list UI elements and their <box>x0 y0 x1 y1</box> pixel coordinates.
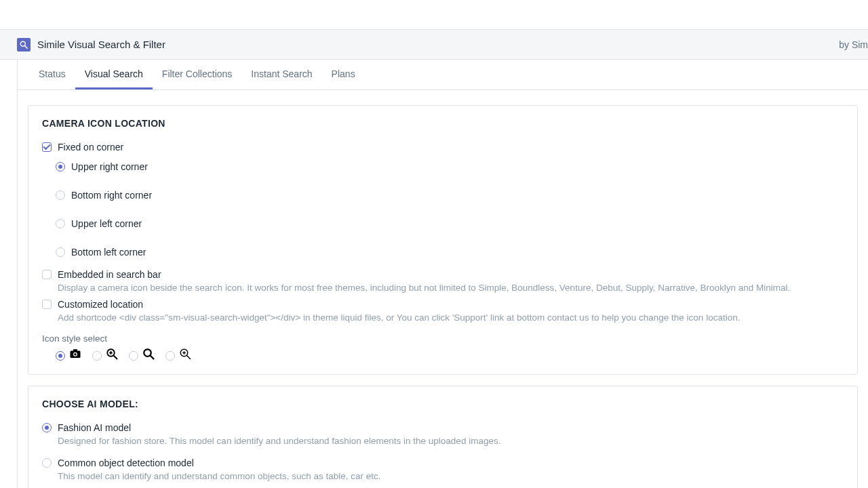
ai-common-desc: This model can identify and understand c… <box>58 470 844 483</box>
customized-desc: Add shortcode <div class="sm-visual-sear… <box>58 312 844 324</box>
embedded-body: Embedded in search bar Display a camera … <box>58 268 844 294</box>
icon-style-magnify-plus-thin[interactable] <box>165 348 191 362</box>
radio-upper-right[interactable] <box>56 162 65 171</box>
main-container: Status Visual Search Filter Collections … <box>17 60 868 488</box>
icon-style-camera[interactable] <box>56 348 81 362</box>
svg-line-1 <box>25 45 28 48</box>
radio-ai-fashion[interactable] <box>42 423 52 432</box>
option-customized-location[interactable]: Customized location Add shortcode <div c… <box>42 298 844 324</box>
icon-style-magnify-plus[interactable] <box>92 348 118 362</box>
svg-point-10 <box>144 349 151 357</box>
icon-style-options <box>42 348 844 362</box>
ai-common-label: Common object detection model <box>58 457 844 469</box>
ai-common-body: Common object detection model This model… <box>58 457 844 483</box>
checkbox-fixed-on-corner[interactable] <box>42 142 52 152</box>
customized-label: Customized location <box>58 298 844 310</box>
ai-fashion-label: Fashion AI model <box>58 422 844 434</box>
panel-title-camera: Camera Icon Location <box>42 118 844 129</box>
icon-style-label: Icon style select <box>42 333 844 344</box>
ai-option-fashion[interactable]: Fashion AI model Designed for fashion st… <box>42 422 844 447</box>
app-header: Simile Visual Search & Filter by Sim <box>0 29 868 60</box>
radio-bottom-left[interactable] <box>56 247 65 257</box>
customized-body: Customized location Add shortcode <div c… <box>58 298 844 324</box>
ai-fashion-desc: Designed for fashion store. This model c… <box>58 435 844 447</box>
panel-ai-model: Choose AI Model: Fashion AI model Design… <box>28 386 858 488</box>
label-bottom-left: Bottom left corner <box>71 246 146 258</box>
svg-line-7 <box>114 356 117 359</box>
label-upper-left: Upper left corner <box>71 218 142 230</box>
tab-plans[interactable]: Plans <box>322 60 365 89</box>
radio-upper-left[interactable] <box>56 219 65 228</box>
magnify-plus-icon <box>106 348 118 362</box>
embedded-desc: Display a camera icon beside the search … <box>58 282 844 294</box>
tab-visual-search[interactable]: Visual Search <box>75 60 153 89</box>
option-fixed-on-corner[interactable]: Fixed on corner <box>42 141 844 153</box>
tab-bar: Status Visual Search Filter Collections … <box>18 60 868 90</box>
fixed-label-wrap: Fixed on corner <box>58 141 844 153</box>
corner-option-bottom-right[interactable]: Bottom right corner <box>56 184 844 206</box>
tab-filter-collections[interactable]: Filter Collections <box>153 60 241 89</box>
radio-ai-common[interactable] <box>42 458 52 468</box>
label-bottom-right: Bottom right corner <box>71 189 152 201</box>
radio-icon-magnify-plus[interactable] <box>92 351 102 361</box>
radio-bottom-right[interactable] <box>56 190 65 200</box>
label-upper-right: Upper right corner <box>71 161 148 173</box>
radio-icon-magnify-plus-thin[interactable] <box>165 351 175 361</box>
magnify-bold-icon <box>142 348 155 362</box>
checkbox-embedded[interactable] <box>42 270 52 279</box>
header-left: Simile Visual Search & Filter <box>17 38 165 52</box>
content-area: Camera Icon Location Fixed on corner Upp… <box>18 90 868 488</box>
magnify-plus-thin-icon <box>179 348 191 362</box>
panel-title-ai: Choose AI Model: <box>42 399 844 409</box>
corner-options: Upper right corner Bottom right corner U… <box>42 156 844 263</box>
top-whitespace <box>0 0 868 29</box>
tab-status[interactable]: Status <box>29 60 75 89</box>
checkbox-customized[interactable] <box>42 300 52 309</box>
svg-point-4 <box>74 353 76 355</box>
svg-line-11 <box>151 356 154 359</box>
corner-option-upper-left[interactable]: Upper left corner <box>56 213 844 235</box>
corner-option-upper-right[interactable]: Upper right corner <box>56 156 844 178</box>
tab-instant-search[interactable]: Instant Search <box>241 60 321 89</box>
app-logo-icon <box>17 38 31 52</box>
corner-option-bottom-left[interactable]: Bottom left corner <box>56 241 844 263</box>
header-by-text: by Sim <box>839 39 868 50</box>
app-title: Simile Visual Search & Filter <box>37 39 165 50</box>
radio-icon-magnify-bold[interactable] <box>129 351 138 361</box>
svg-rect-5 <box>73 349 77 351</box>
svg-line-13 <box>187 356 191 359</box>
camera-icon <box>69 348 81 362</box>
radio-icon-camera[interactable] <box>56 351 65 361</box>
panel-camera-icon-location: Camera Icon Location Fixed on corner Upp… <box>28 105 858 375</box>
ai-option-common[interactable]: Common object detection model This model… <box>42 457 844 483</box>
embedded-label: Embedded in search bar <box>58 268 844 281</box>
fixed-label: Fixed on corner <box>58 141 844 153</box>
option-embedded-search-bar[interactable]: Embedded in search bar Display a camera … <box>42 268 844 294</box>
ai-fashion-body: Fashion AI model Designed for fashion st… <box>58 422 844 447</box>
icon-style-magnify-bold[interactable] <box>129 348 155 362</box>
